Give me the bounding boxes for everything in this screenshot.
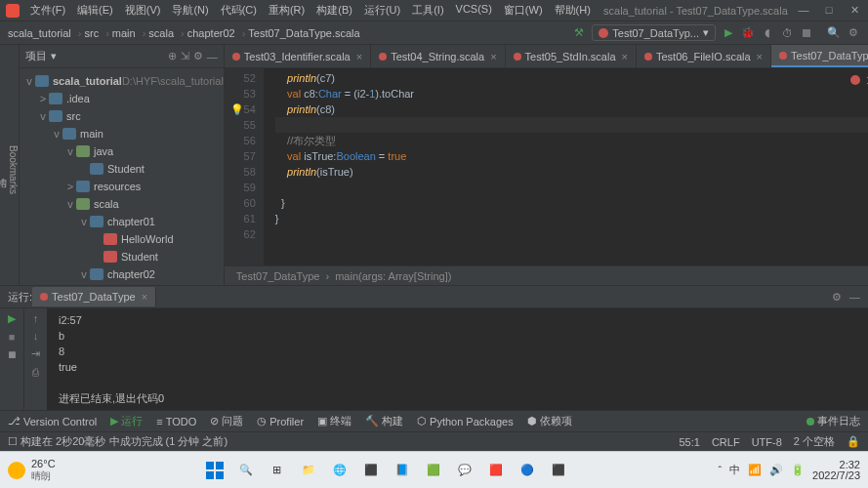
- gear-icon[interactable]: ⚙: [832, 291, 842, 304]
- menu-item[interactable]: 导航(N): [167, 1, 213, 20]
- editor-tab[interactable]: Test04_String.scala×: [371, 45, 505, 67]
- menu-item[interactable]: 帮助(H): [550, 1, 596, 20]
- tree-item[interactable]: >resources: [20, 178, 224, 195]
- profiler-tab[interactable]: ◷ Profiler: [257, 415, 304, 427]
- breadcrumb[interactable]: scala_tutorial›src›main›scala›chapter02›…: [8, 27, 364, 39]
- exit-icon[interactable]: ⏹: [7, 348, 18, 360]
- stop-icon[interactable]: [803, 29, 810, 37]
- menu-item[interactable]: 构建(B): [311, 1, 357, 20]
- tree-item[interactable]: Student: [20, 248, 224, 265]
- settings-icon[interactable]: ⚙: [193, 50, 203, 62]
- close-icon[interactable]: ×: [622, 51, 628, 62]
- tray-chevron-icon[interactable]: ˆ: [718, 465, 722, 476]
- app-icon[interactable]: ⬛: [545, 457, 572, 484]
- todo-tab[interactable]: ≡ TODO: [156, 416, 196, 427]
- window-controls[interactable]: — □ ✕: [796, 4, 862, 17]
- breadcrumb-item[interactable]: chapter02: [187, 27, 235, 39]
- menu-item[interactable]: 文件(F): [25, 1, 70, 20]
- wifi-icon[interactable]: 📶: [748, 464, 762, 476]
- line-gutter[interactable]: 5253💡545556575859606162: [225, 68, 264, 265]
- run-toolbar-left[interactable]: ▶ ■ ⏹: [0, 308, 23, 410]
- project-panel-header[interactable]: 项目 ▾ ⊕ ⇲ ⚙ —: [20, 45, 224, 68]
- breadcrumb-item[interactable]: scala: [148, 27, 174, 39]
- taskbar-apps[interactable]: 🔍 ⊞ 📁 🌐 ⬛ 📘 🟩 💬 🟥 🔵 ⬛: [58, 457, 717, 484]
- build-icon[interactable]: ⚒: [572, 26, 586, 40]
- stop-icon[interactable]: ■: [9, 331, 16, 343]
- close-icon[interactable]: ×: [356, 51, 362, 62]
- select-file-icon[interactable]: ⊕: [168, 50, 177, 62]
- tree-item[interactable]: HelloWorld: [20, 230, 224, 248]
- weather-widget[interactable]: 26°C晴朗: [8, 458, 56, 483]
- tree-item[interactable]: >.idea: [20, 90, 224, 107]
- tree-item[interactable]: vmain: [20, 125, 224, 142]
- tree-item[interactable]: vjava: [20, 142, 224, 160]
- menu-item[interactable]: 视图(V): [120, 1, 166, 20]
- indent[interactable]: 2 个空格: [794, 434, 835, 449]
- taskview-icon[interactable]: ⊞: [264, 457, 291, 484]
- app-icon[interactable]: ⬛: [357, 457, 385, 484]
- close-icon[interactable]: ×: [757, 51, 763, 62]
- battery-icon[interactable]: 🔋: [791, 464, 805, 476]
- run-icon[interactable]: ▶: [722, 26, 735, 40]
- hide-icon[interactable]: —: [207, 51, 218, 62]
- wrap-icon[interactable]: ⇥: [31, 347, 40, 360]
- collapse-icon[interactable]: ⇲: [181, 50, 189, 62]
- deps-tab[interactable]: ⬢ 依赖项: [527, 414, 572, 428]
- tree-item[interactable]: vscala: [20, 195, 224, 213]
- app-icon[interactable]: 🔵: [514, 457, 541, 484]
- menu-item[interactable]: 窗口(W): [499, 1, 548, 20]
- coverage-icon[interactable]: ◖: [761, 26, 774, 40]
- print-icon[interactable]: ⎙: [32, 366, 39, 378]
- bookmarks-tab[interactable]: Bookmarks: [8, 145, 19, 194]
- menu-item[interactable]: 重构(R): [264, 1, 310, 20]
- breadcrumb-item[interactable]: src: [85, 27, 100, 39]
- python-tab[interactable]: ⬡ Python Packages: [417, 415, 514, 427]
- hide-icon[interactable]: —: [849, 291, 860, 303]
- terminal-tab[interactable]: ▣ 终端: [317, 414, 351, 428]
- app-icon[interactable]: 📘: [389, 457, 416, 484]
- line-sep[interactable]: CRLF: [712, 436, 740, 448]
- gear-icon[interactable]: ⚙: [847, 26, 860, 40]
- down-icon[interactable]: ↓: [33, 330, 39, 342]
- run-header[interactable]: 运行: Test07_DataType × ⚙ —: [0, 286, 868, 308]
- menu-item[interactable]: 代码(C): [216, 1, 262, 20]
- bottom-tool-bar[interactable]: ⎇ Version Control ▶ 运行 ≡ TODO ⊘ 问题 ◷ Pro…: [0, 410, 868, 431]
- system-tray[interactable]: ˆ 中 📶 🔊 🔋 2:32 2022/7/23: [718, 460, 860, 481]
- explorer-icon[interactable]: 📁: [295, 457, 322, 484]
- menu-item[interactable]: VCS(S): [451, 1, 497, 20]
- editor-tab[interactable]: Test06_FileIO.scala×: [637, 45, 771, 67]
- project-tree[interactable]: vscala_tutorial D:\HYF\scala_tutorial>.i…: [20, 68, 224, 285]
- editor-breadcrumb[interactable]: Test07_DataType› main(args: Array[String…: [225, 265, 868, 285]
- menu-bar[interactable]: 文件(F)编辑(E)视图(V)导航(N)代码(C)重构(R)构建(B)运行(U)…: [25, 1, 596, 20]
- clock[interactable]: 2:32 2022/7/23: [812, 460, 860, 481]
- search-icon[interactable]: 🔍: [232, 457, 260, 484]
- build-tab[interactable]: 🔨 构建: [365, 414, 403, 428]
- breadcrumb-item[interactable]: scala_tutorial: [8, 27, 71, 39]
- vcs-tab[interactable]: ⎇ Version Control: [8, 415, 97, 427]
- app-icon[interactable]: 🟥: [482, 457, 510, 484]
- up-icon[interactable]: ↑: [33, 312, 39, 324]
- close-icon[interactable]: ×: [490, 51, 496, 62]
- run-toolbar-2[interactable]: ↑ ↓ ⇥ ⎙: [23, 308, 47, 410]
- volume-icon[interactable]: 🔊: [769, 464, 783, 476]
- app-icon[interactable]: 🟩: [420, 457, 447, 484]
- ime-icon[interactable]: 中: [729, 463, 740, 477]
- menu-item[interactable]: 工具(I): [407, 1, 448, 20]
- left-tool-strip[interactable]: Bookmarks 结构: [0, 45, 20, 285]
- tree-item[interactable]: Student: [20, 160, 224, 178]
- inspection-widget[interactable]: 1 8 ˆ ˇ: [850, 72, 868, 88]
- run-tab[interactable]: Test07_DataType ×: [32, 287, 156, 306]
- debug-icon[interactable]: 🐞: [741, 26, 755, 40]
- encoding[interactable]: UTF-8: [752, 436, 782, 448]
- edge-icon[interactable]: 🌐: [326, 457, 353, 484]
- profile-icon[interactable]: ⏱: [780, 26, 794, 40]
- rerun-icon[interactable]: ▶: [8, 312, 16, 325]
- code-lines[interactable]: 1 8 ˆ ˇ println(c7) val c8:Char = (i2-1)…: [264, 68, 868, 265]
- lock-icon[interactable]: 🔒: [847, 435, 860, 448]
- run-tab[interactable]: ▶ 运行: [110, 414, 143, 428]
- tree-item[interactable]: vchapter01: [20, 213, 224, 230]
- menu-item[interactable]: 编辑(E): [72, 1, 118, 20]
- event-log-tab[interactable]: 事件日志: [806, 414, 860, 428]
- app-icon[interactable]: 💬: [451, 457, 478, 484]
- run-config-selector[interactable]: Test07_DataTyp... ▾: [592, 24, 716, 41]
